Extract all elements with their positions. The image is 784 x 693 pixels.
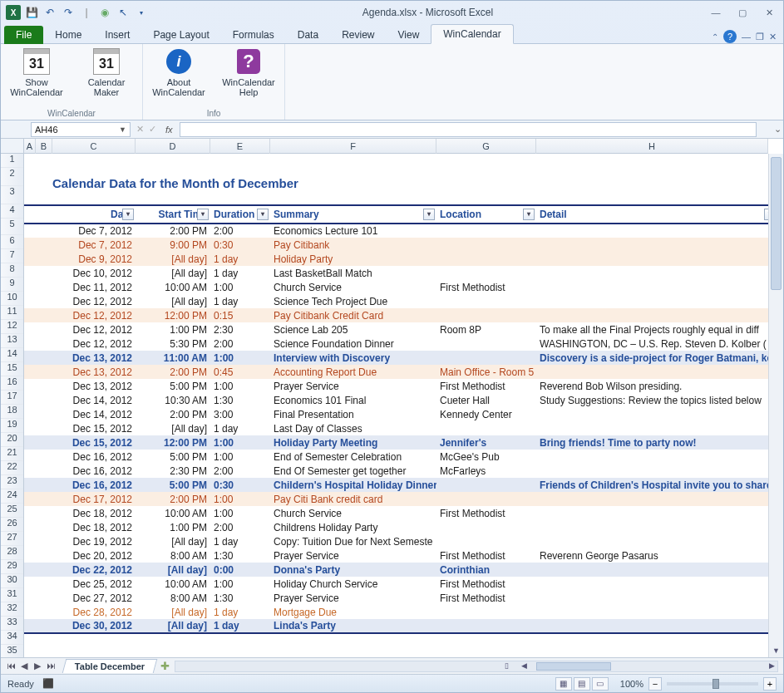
- cell-date[interactable]: Dec 28, 2012: [52, 605, 136, 619]
- cell-summary[interactable]: Linda's Party: [270, 619, 436, 633]
- cell-duration[interactable]: 2:00: [210, 224, 270, 238]
- cell-location[interactable]: McGee's Pub: [436, 450, 536, 464]
- cell-summary[interactable]: Church Service: [270, 280, 436, 294]
- scroll-right-icon[interactable]: ▶: [766, 661, 777, 671]
- cell-detail[interactable]: [536, 450, 768, 464]
- cell-detail[interactable]: [536, 605, 768, 619]
- tab-review[interactable]: Review: [330, 26, 386, 44]
- formula-expand-icon[interactable]: ⌄: [772, 124, 783, 135]
- row-header[interactable]: 34: [1, 631, 23, 645]
- cell-location[interactable]: McFarleys: [436, 464, 536, 478]
- zoom-level[interactable]: 100%: [620, 679, 643, 689]
- cell-summary[interactable]: Economics 101 Final: [270, 393, 436, 407]
- table-row[interactable]: Dec 12, 20121:00 PM2:30Science Lab 205Ro…: [24, 322, 768, 337]
- cell-summary[interactable]: Holiday Church Service: [270, 577, 436, 591]
- table-row[interactable]: Dec 14, 201210:30 AM1:30Economics 101 Fi…: [24, 393, 768, 407]
- col-header-B[interactable]: B: [36, 139, 52, 154]
- cell-start[interactable]: [All day]: [136, 534, 210, 548]
- cell-duration[interactable]: 1 day: [210, 294, 270, 308]
- cell-duration[interactable]: 1:30: [210, 548, 270, 563]
- cell-date[interactable]: Dec 17, 2012: [52, 492, 136, 506]
- normal-view-icon[interactable]: ▦: [555, 677, 572, 691]
- row-header[interactable]: 29: [1, 560, 23, 574]
- cell-detail[interactable]: [536, 506, 768, 520]
- fx-enter-icon[interactable]: ✓: [146, 124, 159, 135]
- cell-summary[interactable]: Holiday Party Meeting: [270, 435, 436, 450]
- col-header-H[interactable]: H: [536, 139, 768, 154]
- cell-duration[interactable]: 1:30: [210, 591, 270, 605]
- table-row[interactable]: Dec 17, 20122:00 PM1:00Pay Citi Bank cre…: [24, 492, 768, 506]
- cell-duration[interactable]: 3:00: [210, 407, 270, 421]
- cell-start[interactable]: [All day]: [136, 421, 210, 435]
- cell-detail[interactable]: WASHINGTON, DC – U.S. Rep. Steven D. Kol…: [536, 337, 768, 351]
- cell-summary[interactable]: Pay Citi Bank credit card: [270, 492, 436, 506]
- row-header[interactable]: 7: [1, 249, 23, 263]
- sheet-nav-last-icon[interactable]: ⏭: [44, 661, 57, 671]
- table-row[interactable]: Dec 18, 20121:00 PM2:00Childrens Holiday…: [24, 520, 768, 534]
- header-detail[interactable]: Detail▾: [536, 205, 768, 224]
- row-header[interactable]: 25: [1, 504, 23, 518]
- row-header[interactable]: 2: [1, 168, 23, 186]
- cell-detail[interactable]: [536, 464, 768, 478]
- cell-detail[interactable]: [536, 280, 768, 294]
- cell-duration[interactable]: 1 day: [210, 252, 270, 266]
- save-icon[interactable]: 💾: [24, 5, 39, 20]
- row-header[interactable]: 18: [1, 405, 23, 419]
- zoom-out-button[interactable]: −: [648, 677, 662, 691]
- cell-summary[interactable]: Last Day of Classes: [270, 421, 436, 435]
- about-wincalendar-button[interactable]: i About WinCalendar: [150, 47, 208, 97]
- show-wincalendar-button[interactable]: 31 Show WinCalendar: [7, 47, 66, 97]
- cell-start[interactable]: [All day]: [136, 563, 210, 577]
- cell-detail[interactable]: [536, 577, 768, 591]
- cell-start[interactable]: [All day]: [136, 252, 210, 266]
- table-row[interactable]: Dec 14, 20122:00 PM3:00Final Presentatio…: [24, 407, 768, 421]
- cell-location[interactable]: [436, 492, 536, 506]
- cell-location[interactable]: [436, 619, 536, 633]
- cell-start[interactable]: 2:00 PM: [136, 492, 210, 506]
- cell-summary[interactable]: Mortgage Due: [270, 605, 436, 619]
- cell-detail[interactable]: Discovery is a side-project for Roger Ba…: [536, 351, 768, 365]
- cell-start[interactable]: 12:00 PM: [136, 308, 210, 322]
- header-start-time[interactable]: Start Time▾: [136, 205, 210, 224]
- cell-duration[interactable]: 1 day: [210, 266, 270, 280]
- cell-location[interactable]: [436, 605, 536, 619]
- cell-detail[interactable]: Reverend Bob Wilson presiding.: [536, 379, 768, 393]
- row-header[interactable]: 14: [1, 348, 23, 362]
- qat-dropdown-icon[interactable]: ▾: [134, 5, 149, 20]
- page-break-view-icon[interactable]: ▭: [592, 677, 609, 691]
- cell-detail[interactable]: [536, 619, 768, 633]
- cell-date[interactable]: Dec 11, 2012: [52, 280, 136, 294]
- cell-start[interactable]: 5:00 PM: [136, 478, 210, 492]
- scroll-split-icon[interactable]: ▯: [500, 661, 512, 671]
- tab-file[interactable]: File: [4, 26, 43, 44]
- cell-location[interactable]: Main Office - Room 5: [436, 365, 536, 379]
- cell-summary[interactable]: Church Service: [270, 506, 436, 520]
- cell-summary[interactable]: Science Foundation Dinner: [270, 337, 436, 351]
- vertical-scrollbar-thumb[interactable]: [771, 157, 782, 290]
- cell-detail[interactable]: [536, 365, 768, 379]
- cell-summary[interactable]: Science Lab 205: [270, 322, 436, 337]
- cell-detail[interactable]: [536, 563, 768, 577]
- qat-custom-icon-1[interactable]: ◉: [97, 5, 112, 20]
- filter-icon[interactable]: ▾: [523, 209, 535, 220]
- cell-location[interactable]: [436, 478, 536, 492]
- tab-home[interactable]: Home: [43, 26, 93, 44]
- cell-start[interactable]: 10:00 AM: [136, 577, 210, 591]
- cell-duration[interactable]: 1:00: [210, 351, 270, 365]
- cell-location[interactable]: [436, 520, 536, 534]
- cell-date[interactable]: Dec 19, 2012: [52, 534, 136, 548]
- cell-date[interactable]: Dec 12, 2012: [52, 294, 136, 308]
- cell-duration[interactable]: 2:00: [210, 520, 270, 534]
- cell-duration[interactable]: 0:45: [210, 365, 270, 379]
- row-header[interactable]: 33: [1, 617, 23, 631]
- workbook-restore-icon[interactable]: ❐: [756, 32, 764, 42]
- row-header[interactable]: 15: [1, 362, 23, 376]
- cell-date[interactable]: Dec 7, 2012: [52, 224, 136, 238]
- table-row[interactable]: [24, 633, 768, 647]
- cell-start[interactable]: 8:00 AM: [136, 548, 210, 563]
- cell-location[interactable]: Cueter Hall: [436, 393, 536, 407]
- table-row[interactable]: Dec 11, 201210:00 AM1:00Church ServiceFi…: [24, 280, 768, 294]
- horizontal-scrollbar-thumb[interactable]: [536, 662, 611, 671]
- row-header[interactable]: 32: [1, 602, 23, 617]
- sheet-nav-prev-icon[interactable]: ◀: [17, 661, 31, 671]
